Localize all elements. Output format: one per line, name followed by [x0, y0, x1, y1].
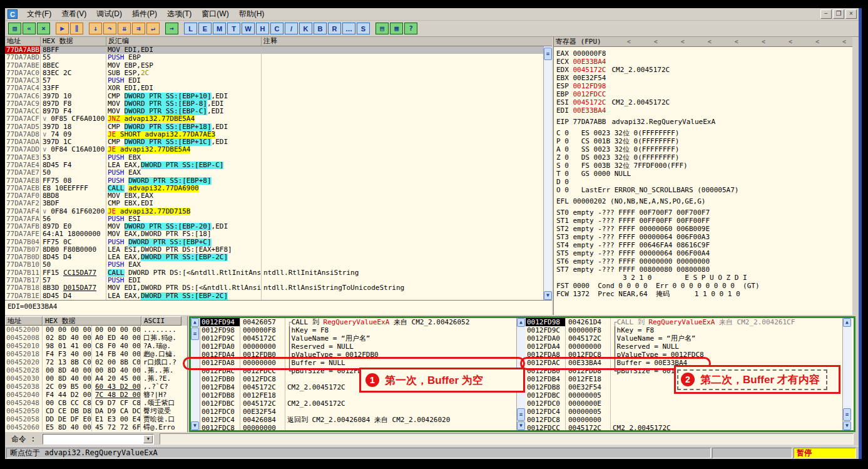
options-button[interactable]: ▤	[375, 23, 389, 34]
stack-row[interactable]: 0012FD9C0045172C│ValueName = “用户名”	[200, 334, 516, 343]
close-button[interactable]: ×	[845, 9, 857, 19]
dump-row[interactable]: 004520382C 09 B5 0060 43 D2 00,.?`C?	[5, 383, 187, 391]
menu-item[interactable]: 文件(F)	[22, 8, 56, 21]
flag-row[interactable]: S 0 FS 003B 32位 7FFDF000(FFF)	[556, 162, 852, 170]
view-handles-button[interactable]: H	[256, 23, 269, 34]
register-row[interactable]: EBX 00E32F54	[556, 74, 852, 82]
flag-row[interactable]: T 0 GS 0000 NULL	[556, 170, 852, 178]
disasm-row[interactable]: 77DA7ACF∨ 0F85 CF6A0100JNZ advapi32.77DB…	[5, 115, 543, 123]
scroll-down-button[interactable]: ▼	[191, 421, 199, 430]
dump-row[interactable]: 0045204800 CB CC C8C9 D7 CF C8.颂壬紫口	[5, 399, 187, 407]
fpu-register-row[interactable]: ST3 empty -??? FFFF 00000064 006F00A3	[556, 233, 852, 241]
disasm-row[interactable]: 77DA7ADD∨ 0F84 C16A0100JE advapi32.77DBE…	[5, 146, 543, 153]
menu-item[interactable]: 窗口(W)	[197, 8, 233, 21]
restore-button[interactable]: ❐	[833, 9, 844, 19]
flag-row[interactable]: Z 0 DS 0023 32位 0(FFFFFFFF)	[556, 153, 852, 162]
view-call-stack-button[interactable]: K	[299, 23, 312, 34]
stack-row[interactable]: 0012FD98000000F8│hKey = F8	[200, 326, 516, 334]
column-header-hex[interactable]: HEX 数据	[41, 37, 106, 46]
restart-button[interactable]: «	[23, 23, 36, 34]
flag-row[interactable]: A 0 SS 0023 32位 0(FFFFFFFF)	[556, 145, 852, 153]
disasm-row[interactable]: 77DA7B078DB0 F80B0000LEA ESI,DWORD PTR D…	[5, 246, 543, 254]
scrollbar-thumb[interactable]: ≡	[517, 408, 525, 421]
chevron-left-icon[interactable]: <	[654, 38, 658, 45]
view-run-trace-button[interactable]: …	[342, 23, 355, 34]
run-to-return-button[interactable]: ↵	[146, 23, 160, 34]
disasm-row[interactable]: 77DA7ABD55PUSH EBP	[5, 54, 543, 61]
chevron-left-icon[interactable]: <	[627, 38, 631, 45]
fpu-register-row[interactable]: ST2 empty -??? FFFF 00000060 006B009E	[556, 225, 852, 233]
disasm-row[interactable]: 77DA7AEBE8 10EEFFFFCALL advapi32.77DA690…	[5, 185, 543, 192]
step-over-button[interactable]: ↷	[103, 23, 116, 34]
disasm-row[interactable]: 77DA7B1757PUSH EDI	[5, 277, 543, 284]
scroll-down-button[interactable]: ▼	[517, 421, 525, 430]
menu-item[interactable]: 选项(T)	[162, 8, 197, 21]
register-row[interactable]: EIP 77DA7ABBadvapi32.RegQueryValueExA	[556, 118, 852, 126]
stack-row[interactable]: 0012FDCC0045172CCM2_2.0045172C	[526, 424, 842, 430]
stack-row[interactable]: 0012FDA400000000│Reserved = NULL	[526, 343, 842, 351]
disasm-row[interactable]: 77DA7AF23BDFCMP EBX,EDI	[5, 200, 543, 207]
stack-row[interactable]: 0012FDC000E32F54	[200, 408, 516, 416]
menu-item[interactable]: 查看(V)	[56, 8, 91, 21]
chevron-left-icon[interactable]: <	[815, 38, 819, 45]
scrollbar-thumb[interactable]: ≡	[544, 48, 552, 60]
dump-header-address[interactable]: 地址	[5, 316, 43, 326]
register-row[interactable]: ECX 00E33BA4	[556, 58, 852, 66]
chevron-down-icon[interactable]: ▼	[143, 435, 153, 443]
stack-row[interactable]: 0012FD9C000000F8│hKey = F8	[526, 326, 842, 334]
register-row[interactable]: EAX 000000F8	[556, 49, 852, 58]
run-button[interactable]: ▶	[56, 23, 69, 34]
flag-row[interactable]: D 0	[556, 178, 852, 186]
column-header-address[interactable]: 地址	[5, 37, 41, 46]
dump-row[interactable]: 0045200802 8D 40 00A0 ED 40 00口茀.犸@.	[5, 334, 187, 342]
dump-row[interactable]: 00452018F4 F3 40 0014 FB 40 00趔@.口鳙.	[5, 350, 187, 358]
stack-row[interactable]: 0012FDBC0045172CCM2_2.0045172C	[200, 399, 516, 408]
view-executables-button[interactable]: E	[198, 23, 212, 34]
view-log-button[interactable]: L	[184, 23, 197, 34]
disasm-row[interactable]: 77DA7B188B3D D015DA77MOV EDI,DWORD PTR D…	[5, 284, 543, 292]
disasm-row[interactable]: 77DA7ACC897D F4MOV DWORD PTR SS:[EBP-C],…	[5, 108, 543, 115]
disasm-row[interactable]: 77DA7AE48D45 F4LEA EAX,DWORD PTR SS:[EBP…	[5, 162, 543, 169]
fpu-register-row[interactable]: ST0 empty -??? FFFF 00F700F7 00F700F7	[556, 209, 852, 217]
menu-item[interactable]: 插件(P)	[127, 8, 162, 21]
register-row[interactable]: EBP 0012FDCC	[556, 90, 852, 98]
chevron-left-icon[interactable]: <	[681, 38, 685, 45]
disasm-row[interactable]: 77DA7AE750PUSH EAX	[5, 169, 543, 177]
disasm-row[interactable]: 77DA7AF4∨ 0F84 61F60200JE advapi32.77DD7…	[5, 208, 543, 215]
animate-over-button[interactable]: ⇉	[132, 23, 145, 34]
disasm-row[interactable]: 77DA7B11FF15 CC15DA77CALL DWORD PTR DS:[…	[5, 269, 543, 277]
scroll-down-button[interactable]: ▼	[544, 291, 552, 300]
view-cpu-button[interactable]: C	[270, 23, 283, 34]
stack-row[interactable]: 0012FDC800000000	[200, 424, 516, 430]
minimize-button[interactable]: −	[820, 9, 832, 19]
fpu-register-row[interactable]: ST7 empty -??? FFFF 00800080 00800080	[556, 265, 852, 274]
disassembly-scrollbar[interactable]: ≡ ▼	[543, 46, 552, 300]
view-windows-button[interactable]: W	[242, 23, 255, 34]
stack-row[interactable]: 0012FDC400000005	[526, 408, 842, 416]
scroll-up-button[interactable]: ▲	[191, 318, 199, 327]
close-process-button[interactable]: ×	[37, 23, 50, 34]
dump-header-ascii[interactable]: ASCII	[141, 316, 181, 326]
dump-row[interactable]: 00452058DD DE DF E0E1 E3 00 E4贾哙徙.口	[5, 415, 187, 423]
dump-row[interactable]: 00452050CD CE DB D8DA D9 CA DC臀圬谠受	[5, 407, 187, 415]
dump-row[interactable]: 00452060E5 8D 40 0045 72 72 6F锝@.Erro	[5, 423, 187, 431]
stack-row[interactable]: 0012FDA800000000│Buffer = NULL	[200, 359, 516, 367]
dump-row[interactable]: 00452040F4 44 D2 007C 48 D2 00簪?|H?	[5, 391, 187, 399]
chevron-left-icon[interactable]: <	[842, 38, 846, 45]
scroll-down-button[interactable]: ▼	[843, 421, 851, 430]
dump-row[interactable]: 0045200000 00 00 0000 00 00 00........	[5, 326, 187, 334]
disasm-row[interactable]: 77DA7B1050PUSH EAX	[5, 261, 543, 269]
scroll-up-button[interactable]: ▲	[843, 318, 851, 327]
dump-header-hex[interactable]: HEX 数据	[43, 316, 141, 326]
disasm-row[interactable]: 77DA7AC357PUSH EDI	[5, 77, 543, 85]
efl-line[interactable]: EFL 00000202 (NO,NB,NE,A,NS,PO,GE,G)	[556, 197, 852, 205]
stack-row[interactable]: 0012FD98004261D4┌CALL 到 RegQueryValueExA…	[526, 318, 842, 326]
stack-row[interactable]: 0012FDC400426084返回到 CM2_2.00426084 来自 CM…	[200, 416, 516, 424]
help-button[interactable]: ?	[404, 23, 417, 34]
column-header-disasm[interactable]: 反汇编	[106, 37, 262, 46]
disasm-row[interactable]: 77DA7B0D8D45 D4LEA EAX,DWORD PTR SS:[EBP…	[5, 254, 543, 261]
stack2-right-scrollbar[interactable]: ▲ ≡ ▼	[842, 318, 852, 430]
fpu-register-row[interactable]: ST6 empty -??? FFFF 00000000 00000000	[556, 257, 852, 265]
disasm-row[interactable]: 77DA7AD8∨ 74 09JE SHORT advapi32.77DA7AE…	[5, 131, 543, 138]
stack-row[interactable]: 0012FDA000000000│Reserved = NULL	[200, 343, 516, 351]
